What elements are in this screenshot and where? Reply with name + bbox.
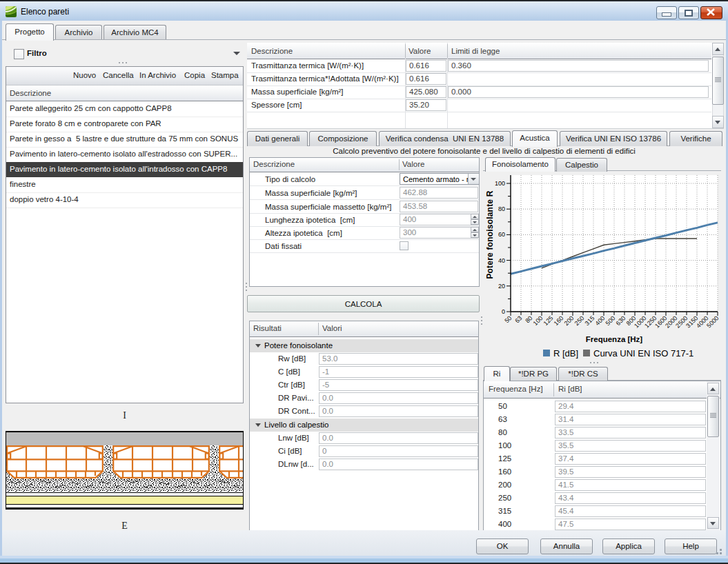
svg-text:60: 60: [498, 231, 505, 238]
svg-text:500: 500: [604, 314, 617, 327]
svg-text:400: 400: [594, 314, 607, 327]
svg-text:160: 160: [553, 314, 565, 327]
svg-text:125: 125: [542, 314, 555, 327]
svg-text:100: 100: [532, 314, 544, 327]
svg-text:40: 40: [498, 257, 505, 264]
svg-text:50: 50: [503, 314, 513, 324]
svg-text:250: 250: [573, 314, 586, 327]
svg-text:80: 80: [498, 205, 505, 212]
svg-text:200: 200: [563, 314, 575, 327]
svg-text:315: 315: [584, 314, 596, 327]
svg-text:630: 630: [615, 314, 627, 327]
svg-text:0: 0: [502, 308, 505, 315]
svg-text:5000: 5000: [705, 314, 720, 329]
svg-text:20: 20: [498, 283, 505, 290]
svg-text:100: 100: [495, 180, 505, 187]
svg-text:63: 63: [513, 314, 523, 324]
